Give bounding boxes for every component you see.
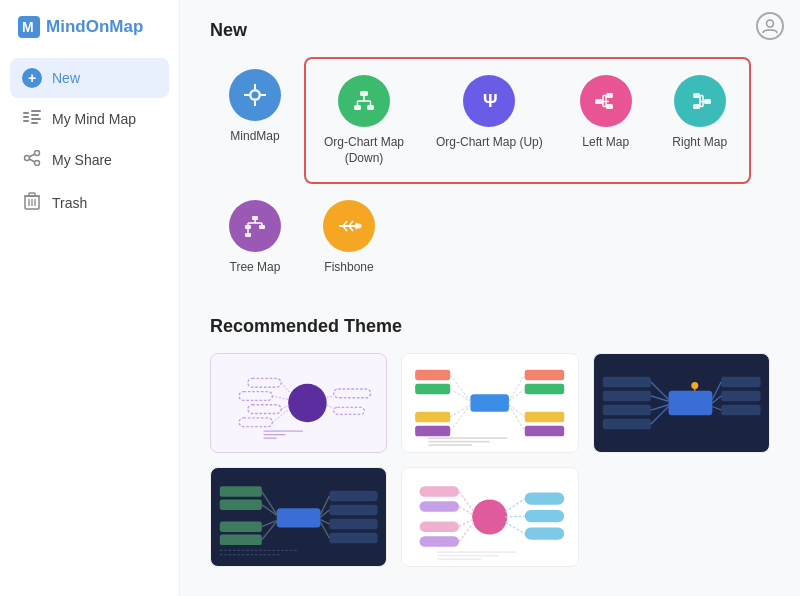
- highlighted-map-types: Org-Chart Map(Down) Ψ Org-Chart Map (Up): [304, 57, 751, 184]
- left-map-label: Left Map: [582, 135, 629, 151]
- svg-point-67: [357, 224, 362, 229]
- mindmap-card[interactable]: MindMap: [210, 57, 300, 157]
- fishbone-card[interactable]: Fishbone: [304, 188, 394, 288]
- svg-point-9: [35, 151, 40, 156]
- map-types-row1: MindMap: [210, 57, 770, 184]
- org-chart-down-card[interactable]: Org-Chart Map(Down): [310, 63, 418, 178]
- tree-map-label: Tree Map: [230, 260, 281, 276]
- svg-point-70: [288, 383, 327, 422]
- fishbone-label: Fishbone: [324, 260, 373, 276]
- sidebar-item-new[interactable]: + New: [10, 58, 169, 98]
- svg-rect-98: [525, 426, 564, 437]
- svg-rect-95: [525, 369, 564, 380]
- right-map-icon: [674, 75, 726, 127]
- sidebar-item-my-share[interactable]: My Share: [10, 140, 169, 180]
- svg-line-155: [506, 516, 525, 517]
- theme-card-4[interactable]: [210, 467, 387, 567]
- svg-line-102: [509, 405, 525, 431]
- svg-rect-3: [23, 116, 29, 118]
- svg-line-94: [451, 405, 471, 431]
- svg-rect-125: [220, 499, 262, 510]
- svg-rect-37: [606, 104, 613, 109]
- svg-rect-45: [693, 93, 700, 98]
- recommended-section: Recommended Theme: [210, 316, 770, 567]
- svg-rect-80: [334, 407, 365, 414]
- svg-rect-90: [415, 426, 450, 437]
- svg-rect-28: [354, 105, 361, 110]
- share-icon: [22, 150, 42, 170]
- svg-rect-144: [420, 501, 459, 512]
- svg-line-150: [459, 522, 474, 541]
- theme-card-3[interactable]: [593, 353, 770, 453]
- svg-line-93: [451, 405, 471, 417]
- tree-map-card[interactable]: Tree Map: [210, 188, 300, 288]
- svg-line-91: [451, 375, 471, 401]
- svg-rect-106: [668, 391, 712, 416]
- svg-rect-89: [415, 412, 450, 423]
- svg-rect-72: [239, 391, 272, 400]
- org-chart-down-icon: [338, 75, 390, 127]
- svg-rect-116: [721, 391, 760, 402]
- svg-rect-44: [704, 99, 711, 104]
- svg-rect-87: [415, 369, 450, 380]
- svg-point-22: [252, 92, 259, 99]
- svg-rect-6: [31, 114, 39, 116]
- svg-rect-115: [721, 376, 760, 387]
- right-map-card[interactable]: Right Map: [655, 63, 745, 178]
- theme-card-2[interactable]: [401, 353, 578, 453]
- svg-rect-126: [220, 521, 262, 532]
- logo-icon: M: [18, 16, 40, 38]
- mindmap-icon: [229, 69, 281, 121]
- svg-text:M: M: [22, 19, 34, 35]
- sidebar-item-my-share-label: My Share: [52, 152, 112, 168]
- org-chart-up-icon: Ψ: [463, 75, 515, 127]
- svg-rect-4: [23, 120, 29, 122]
- logo: M MindOnMap: [0, 0, 179, 58]
- svg-rect-53: [252, 216, 258, 220]
- svg-rect-97: [525, 412, 564, 423]
- theme-grid: [210, 353, 770, 567]
- map-types-row2: Tree Map Fishbone: [210, 188, 770, 288]
- svg-rect-5: [31, 110, 41, 112]
- svg-rect-135: [329, 533, 377, 544]
- sidebar-item-trash-label: Trash: [52, 195, 87, 211]
- svg-line-75: [281, 383, 290, 393]
- tree-map-icon: [229, 200, 281, 252]
- svg-rect-7: [31, 118, 41, 120]
- user-avatar[interactable]: [756, 12, 784, 40]
- svg-rect-134: [329, 519, 377, 530]
- theme-card-5[interactable]: [401, 467, 578, 567]
- svg-rect-145: [420, 521, 459, 532]
- svg-line-128: [262, 491, 277, 514]
- svg-line-149: [459, 519, 474, 527]
- main-content: New MindMap: [180, 0, 800, 596]
- mind-map-icon: [22, 110, 42, 128]
- sidebar: M MindOnMap + New My Mind Map My Share: [0, 0, 180, 596]
- svg-rect-133: [329, 505, 377, 516]
- svg-point-10: [35, 161, 40, 166]
- svg-rect-36: [606, 93, 613, 98]
- svg-rect-16: [29, 193, 35, 196]
- org-chart-up-card[interactable]: Ψ Org-Chart Map (Up): [422, 63, 557, 178]
- svg-rect-27: [360, 91, 368, 96]
- sidebar-item-new-label: New: [52, 70, 80, 86]
- svg-rect-108: [602, 391, 650, 402]
- svg-line-139: [321, 522, 330, 538]
- org-chart-up-label: Org-Chart Map (Up): [436, 135, 543, 151]
- svg-rect-109: [602, 405, 650, 416]
- svg-line-99: [509, 375, 525, 401]
- svg-line-12: [29, 154, 35, 157]
- sidebar-item-trash[interactable]: Trash: [10, 182, 169, 224]
- svg-rect-2: [23, 112, 29, 114]
- org-chart-down-label: Org-Chart Map(Down): [324, 135, 404, 166]
- add-icon: +: [22, 68, 42, 88]
- svg-rect-127: [220, 534, 262, 545]
- left-map-card[interactable]: Left Map: [561, 63, 651, 178]
- svg-rect-46: [693, 104, 700, 109]
- svg-line-101: [509, 405, 525, 417]
- sidebar-item-my-mind-map[interactable]: My Mind Map: [10, 100, 169, 138]
- svg-line-13: [29, 159, 35, 162]
- trash-icon: [22, 192, 42, 214]
- theme-card-1[interactable]: [210, 353, 387, 453]
- new-section: New MindMap: [210, 20, 770, 288]
